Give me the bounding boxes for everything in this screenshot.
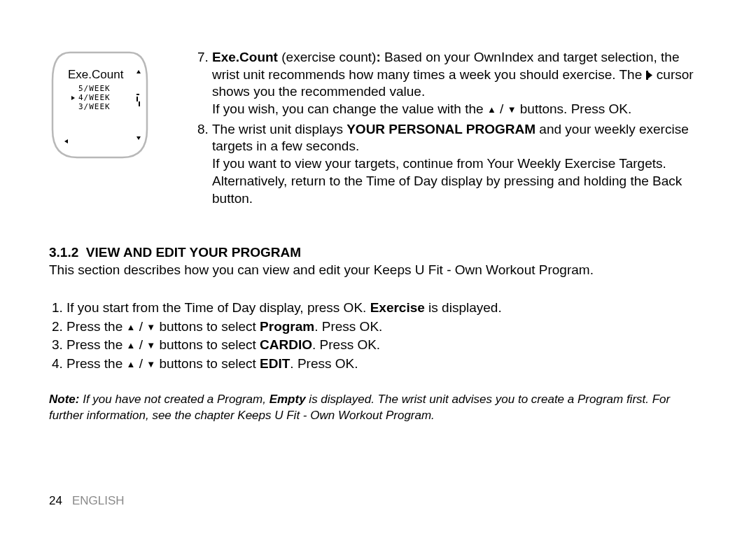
manual-page: Exe.Count 5/WEEK 4/WEEK 3/WEEK Exe.Count…: [0, 0, 756, 536]
svg-rect-7: [139, 101, 140, 106]
up-triangle-icon: ▲: [127, 358, 136, 371]
note-text: Note: If you have not created a Program,…: [49, 392, 707, 423]
down-triangle-icon: ▼: [146, 321, 155, 334]
list-item-8: The wrist unit displays YOUR PERSONAL PR…: [212, 121, 707, 207]
steps-list: If you start from the Time of Day displa…: [49, 299, 707, 373]
exe-count-label: Exe.Count: [212, 50, 278, 64]
up-triangle-icon: ▲: [487, 104, 496, 116]
down-triangle-icon: ▼: [146, 339, 155, 352]
svg-text:4/WEEK: 4/WEEK: [78, 93, 111, 102]
step-3: Press the ▲ / ▼ buttons to select CARDIO…: [66, 336, 707, 354]
footer-language: ENGLISH: [72, 494, 125, 507]
section-heading: 3.1.2 VIEW AND EDIT YOUR PROGRAM: [49, 245, 707, 260]
svg-rect-10: [646, 71, 648, 80]
svg-rect-8: [136, 94, 139, 95]
step-4: Press the ▲ / ▼ buttons to select EDIT. …: [66, 355, 707, 373]
cursor-icon: [646, 71, 653, 80]
down-triangle-icon: ▼: [146, 358, 155, 371]
svg-text:3/WEEK: 3/WEEK: [78, 102, 111, 111]
list-item-7: Exe.Count (exercise count): Based on you…: [212, 49, 707, 118]
top-section: Exe.Count 5/WEEK 4/WEEK 3/WEEK Exe.Count…: [49, 49, 707, 210]
section-intro: This section describes how you can view …: [49, 262, 707, 279]
svg-rect-6: [136, 97, 138, 101]
down-triangle-icon: ▼: [507, 104, 517, 116]
svg-text:5/WEEK: 5/WEEK: [78, 84, 111, 93]
up-triangle-icon: ▲: [127, 321, 136, 334]
svg-marker-11: [648, 72, 652, 78]
device-title: Exe.Count: [68, 68, 124, 81]
page-number: 24: [49, 494, 62, 507]
page-footer: 24ENGLISH: [49, 494, 125, 508]
instruction-list-continued: Exe.Count (exercise count): Based on you…: [192, 49, 707, 210]
device-screen-illustration: Exe.Count 5/WEEK 4/WEEK 3/WEEK: [49, 49, 150, 161]
step-1: If you start from the Time of Day displa…: [66, 299, 707, 317]
personal-program-label: YOUR PERSONAL PROGRAM: [346, 122, 536, 136]
up-triangle-icon: ▲: [127, 339, 136, 352]
step-2: Press the ▲ / ▼ buttons to select Progra…: [66, 318, 707, 336]
